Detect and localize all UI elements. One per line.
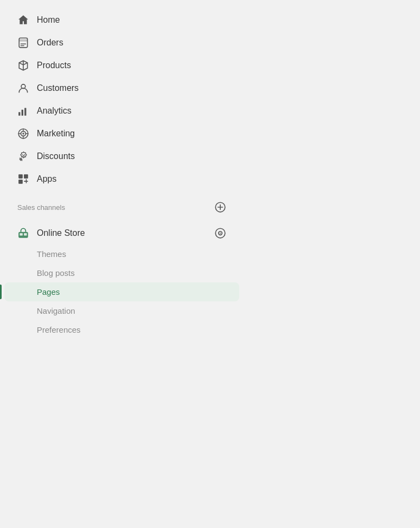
sales-channels-header: Sales channels: [0, 197, 244, 217]
sidebar-item-customers-label: Customers: [37, 83, 78, 93]
svg-point-10: [22, 154, 23, 155]
sidebar-item-discounts[interactable]: Discounts: [4, 145, 239, 168]
svg-rect-13: [24, 174, 28, 179]
sidebar-subitem-blog-posts-label: Blog posts: [37, 268, 75, 278]
sidebar-item-products[interactable]: Products: [4, 54, 239, 77]
svg-rect-5: [24, 108, 26, 116]
sidebar-item-marketing[interactable]: Marketing: [4, 122, 239, 145]
sidebar: Home Orders Products Cu: [0, 0, 244, 528]
customers-icon: [17, 82, 29, 94]
sidebar-item-orders-label: Orders: [37, 38, 63, 48]
analytics-icon: [17, 105, 29, 117]
sidebar-subitem-preferences[interactable]: Preferences: [4, 320, 239, 339]
svg-rect-4: [22, 110, 23, 116]
sidebar-item-apps-label: Apps: [37, 174, 56, 184]
sidebar-subitem-pages-label: Pages: [37, 287, 60, 296]
svg-point-11: [24, 156, 25, 157]
sidebar-subitem-preferences-label: Preferences: [37, 325, 81, 334]
sidebar-item-analytics-label: Analytics: [37, 106, 71, 116]
online-store-left: Online Store: [17, 227, 85, 239]
home-icon: [17, 14, 29, 26]
orders-icon: [17, 37, 29, 49]
svg-rect-16: [26, 179, 27, 183]
svg-point-9: [22, 133, 24, 134]
sidebar-item-apps[interactable]: Apps: [4, 168, 239, 190]
sidebar-subitem-navigation-label: Navigation: [37, 306, 75, 315]
sidebar-item-online-store-label: Online Store: [37, 228, 85, 238]
sidebar-subitem-blog-posts[interactable]: Blog posts: [4, 263, 239, 282]
svg-rect-3: [18, 112, 20, 116]
online-store-icon: [17, 227, 29, 239]
sidebar-item-online-store[interactable]: Online Store: [4, 222, 239, 245]
sidebar-subitem-pages[interactable]: Pages: [4, 282, 239, 301]
sidebar-item-marketing-label: Marketing: [37, 129, 75, 138]
sidebar-subitem-themes-label: Themes: [37, 249, 66, 259]
sidebar-subitem-themes[interactable]: Themes: [4, 245, 239, 263]
sidebar-item-analytics[interactable]: Analytics: [4, 100, 239, 122]
svg-rect-14: [18, 180, 23, 184]
products-icon: [17, 60, 29, 71]
sales-channels-section: Sales channels: [0, 197, 244, 217]
svg-rect-19: [19, 233, 23, 235]
sidebar-item-home-label: Home: [37, 15, 60, 25]
sidebar-item-customers[interactable]: Customers: [4, 77, 239, 100]
sidebar-item-home[interactable]: Home: [4, 9, 239, 31]
svg-rect-20: [24, 233, 27, 235]
svg-rect-1: [19, 39, 27, 41]
main-content: [244, 0, 420, 528]
svg-rect-12: [18, 174, 23, 179]
sidebar-item-discounts-label: Discounts: [37, 151, 75, 161]
apps-icon: [17, 173, 29, 185]
svg-point-23: [220, 233, 221, 234]
sidebar-subitem-navigation[interactable]: Navigation: [4, 301, 239, 320]
sidebar-item-products-label: Products: [37, 61, 71, 70]
sidebar-item-orders[interactable]: Orders: [4, 31, 239, 54]
add-sales-channel-button[interactable]: [214, 201, 226, 213]
svg-rect-6: [28, 106, 29, 116]
discounts-icon: [17, 150, 29, 162]
marketing-icon: [17, 128, 29, 140]
sales-channels-label: Sales channels: [17, 203, 65, 212]
preview-store-button[interactable]: [214, 227, 226, 239]
